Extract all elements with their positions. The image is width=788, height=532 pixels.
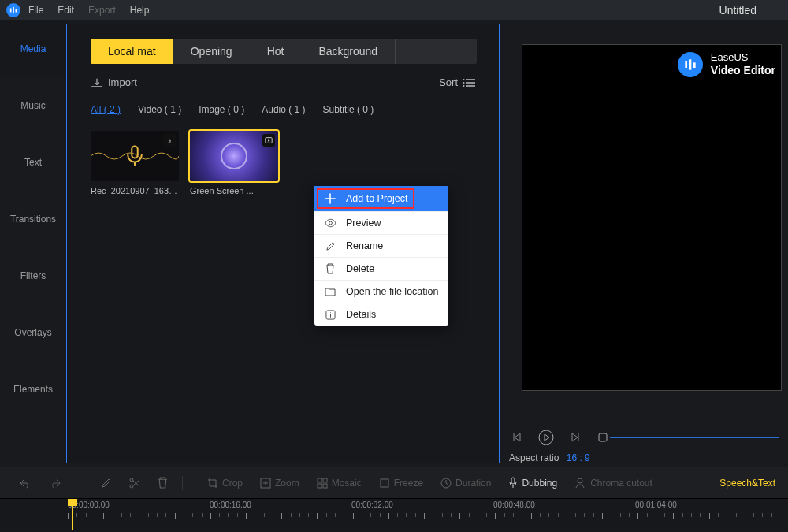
ctx-open-location[interactable]: Open the file location: [314, 280, 448, 303]
filter-all[interactable]: All ( 2 ): [91, 104, 121, 115]
import-label: Import: [108, 76, 137, 88]
sidebar-item-transitions[interactable]: Transitions: [0, 191, 66, 247]
trash-icon: [158, 477, 168, 489]
speech-text-button[interactable]: Speech&Text: [719, 478, 775, 489]
svg-rect-11: [693, 62, 696, 68]
ctx-details[interactable]: Details: [314, 303, 448, 326]
clock-icon: [440, 478, 452, 489]
player-progress[interactable]: [610, 437, 779, 438]
waveform-icon: [91, 148, 179, 164]
tab-hot[interactable]: Hot: [250, 39, 302, 64]
tab-local-material[interactable]: Local mat: [91, 39, 173, 64]
freeze-button[interactable]: Freeze: [373, 478, 429, 489]
svg-rect-2: [16, 9, 17, 12]
sort-label: Sort: [439, 76, 458, 88]
menu-help[interactable]: Help: [130, 5, 150, 16]
menu-export[interactable]: Export: [88, 5, 116, 16]
freeze-icon: [379, 478, 390, 489]
filter-subtitle[interactable]: Subtitle ( 0 ): [323, 104, 374, 115]
filter-video[interactable]: Video ( 1 ): [138, 104, 181, 115]
trash-icon: [324, 263, 336, 274]
svg-point-7: [329, 221, 332, 225]
split-button[interactable]: [123, 478, 147, 489]
filter-image[interactable]: Image ( 0 ): [199, 104, 244, 115]
delete-button[interactable]: [151, 477, 174, 489]
brand-line1: EaseUS: [711, 52, 775, 64]
sidebar-item-elements[interactable]: Elements: [0, 361, 66, 418]
time-label: 00:01:04.00: [635, 500, 777, 509]
ctx-add-to-project[interactable]: Add to Project: [314, 186, 448, 211]
time-label: 00:00:16.00: [210, 500, 351, 509]
ctx-preview[interactable]: Preview: [314, 211, 448, 234]
import-button[interactable]: Import: [91, 76, 137, 88]
media-item-audio[interactable]: ♪ Rec_20210907_1635...: [91, 131, 179, 195]
ctx-label: Delete: [346, 263, 374, 274]
context-menu: Add to Project Preview Rename Delete Ope…: [314, 186, 448, 326]
menu-edit[interactable]: Edit: [58, 5, 74, 16]
stop-button[interactable]: [594, 429, 611, 446]
ctx-delete[interactable]: Delete: [314, 257, 448, 280]
sidebar-item-text[interactable]: Text: [0, 134, 66, 191]
svg-rect-9: [685, 61, 687, 68]
menu-file[interactable]: File: [28, 5, 43, 16]
edit-toolbar: Crop Zoom Mosaic Freeze Duration Dubbing…: [0, 467, 788, 498]
pencil-icon: [324, 241, 336, 251]
folder-icon: [324, 287, 336, 296]
ctx-label: Preview: [346, 218, 381, 229]
ctx-label: Add to Project: [346, 193, 408, 204]
svg-rect-10: [689, 59, 691, 69]
brand-logo-icon: [678, 52, 703, 77]
time-label: 00:00:00.00: [68, 500, 210, 509]
crop-button[interactable]: Crop: [201, 478, 249, 489]
next-frame-button[interactable]: [566, 429, 583, 446]
sidebar-item-filters[interactable]: Filters: [0, 247, 66, 304]
scissors-icon: [129, 478, 140, 489]
ctx-rename[interactable]: Rename: [314, 234, 448, 257]
tab-more[interactable]: [395, 39, 433, 64]
timeline[interactable]: 00:00:00.00 00:00:16.00 00:00:32.00 00:0…: [0, 498, 788, 531]
undo-button[interactable]: [13, 478, 38, 489]
playhead[interactable]: [68, 499, 77, 530]
tab-opening[interactable]: Opening: [173, 39, 250, 64]
audio-badge-icon: ♪: [163, 134, 176, 147]
svg-rect-0: [10, 9, 12, 13]
media-type-filters: All ( 2 ) Video ( 1 ) Image ( 0 ) Audio …: [91, 104, 485, 115]
mosaic-button[interactable]: Mosaic: [310, 478, 368, 489]
edit-button[interactable]: [95, 478, 118, 489]
sort-icon: [463, 78, 477, 87]
svg-point-15: [130, 485, 133, 488]
ctx-label: Details: [346, 309, 376, 320]
aspect-value[interactable]: 16 : 9: [567, 452, 590, 463]
sidebar-item-music[interactable]: Music: [0, 77, 66, 134]
menu-bar: File Edit Export Help Untitled: [0, 0, 788, 20]
svg-point-5: [463, 85, 465, 87]
svg-point-14: [130, 478, 133, 482]
media-item-video[interactable]: Green Screen ...: [190, 131, 278, 195]
mosaic-icon: [317, 478, 328, 489]
dubbing-button[interactable]: Dubbing: [502, 477, 563, 489]
filter-audio[interactable]: Audio ( 1 ): [262, 104, 305, 115]
person-icon: [574, 478, 586, 489]
zoom-button[interactable]: Zoom: [254, 478, 306, 489]
sidebar-item-overlays[interactable]: Overlays: [0, 304, 66, 361]
sort-button[interactable]: Sort: [439, 76, 477, 88]
sidebar-item-media[interactable]: Media: [0, 20, 66, 77]
svg-rect-20: [323, 484, 327, 488]
svg-rect-19: [318, 484, 322, 488]
media-item-caption: Green Screen ...: [190, 186, 278, 195]
chroma-button[interactable]: Chroma cutout: [568, 478, 659, 489]
tab-background[interactable]: Background: [301, 39, 395, 64]
svg-rect-13: [599, 433, 607, 441]
svg-point-4: [463, 82, 465, 84]
crop-icon: [207, 478, 218, 489]
play-button[interactable]: [537, 429, 555, 446]
svg-rect-23: [511, 478, 515, 484]
time-label: 00:00:32.00: [351, 500, 493, 509]
prev-frame-button[interactable]: [509, 429, 526, 446]
media-item-caption: Rec_20210907_1635...: [91, 186, 179, 195]
duration-button[interactable]: Duration: [434, 478, 497, 489]
player-controls: [509, 429, 611, 446]
redo-icon: [49, 478, 61, 489]
eye-icon: [324, 218, 336, 228]
redo-button[interactable]: [43, 478, 68, 489]
